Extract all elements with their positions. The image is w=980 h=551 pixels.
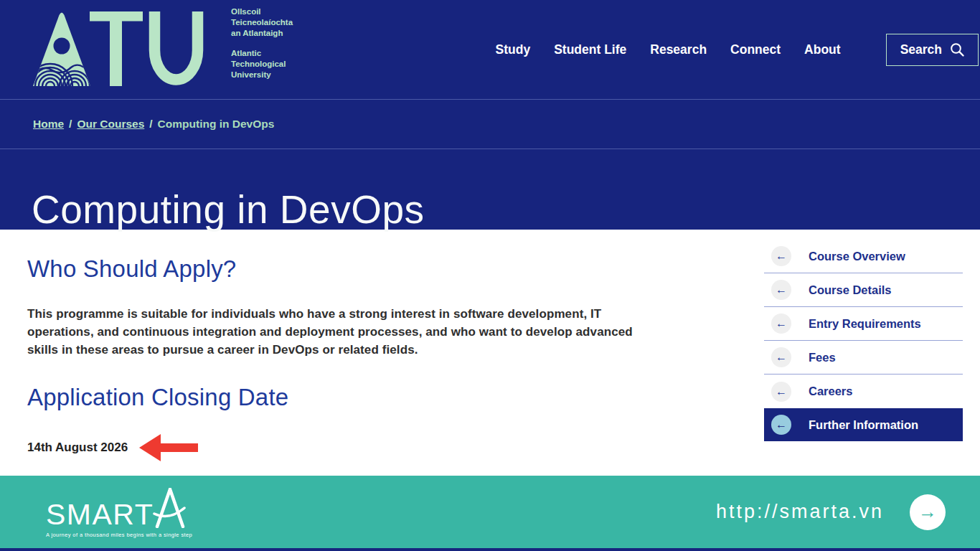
back-arrow-icon: ← — [771, 246, 791, 266]
application-closing-date-heading: Application Closing Date — [27, 384, 764, 411]
who-should-apply-heading: Who Should Apply? — [27, 255, 764, 283]
nav-item-connect[interactable]: Connect — [730, 42, 781, 57]
university-name-english: Atlantic Technological University — [231, 48, 303, 80]
search-icon — [950, 42, 964, 57]
sidebar-item-careers[interactable]: ← Careers — [764, 375, 963, 408]
search-button[interactable]: Search — [886, 34, 979, 66]
breadcrumb-separator: / — [149, 118, 152, 131]
closing-date-value: 14th August 2026 — [27, 441, 128, 455]
page-title: Computing in DevOps — [32, 191, 425, 230]
footer-link-area: http://smarta.vn → — [716, 494, 946, 530]
main-area: Who Should Apply? This programme is suit… — [0, 230, 980, 476]
back-arrow-icon: ← — [771, 280, 791, 300]
smarta-tagline: A journey of a thousand miles begins wit… — [46, 532, 192, 538]
back-arrow-icon: ← — [771, 314, 791, 334]
back-arrow-icon: ← — [771, 382, 791, 402]
site-header: Ollscoil Teicneolaíochta an Atlantaigh A… — [0, 0, 980, 99]
sidebar-item-further-information[interactable]: ← Further Information — [764, 408, 963, 441]
red-annotation-arrow-icon — [139, 433, 198, 463]
breadcrumb-separator: / — [69, 118, 72, 131]
smarta-footer: SMART A journey of a thousand miles begi… — [0, 476, 980, 548]
hero-banner: Computing in DevOps — [0, 149, 980, 230]
sidebar-item-entry-requirements[interactable]: ← Entry Requirements — [764, 307, 963, 341]
course-content: Who Should Apply? This programme is suit… — [0, 230, 764, 476]
closing-date-row: 14th August 2026 — [27, 433, 764, 463]
footer-forward-button[interactable]: → — [910, 494, 946, 530]
forward-arrow-icon: → — [918, 501, 937, 523]
smarta-stylized-a-icon — [153, 488, 186, 531]
sidebar-item-course-details[interactable]: ← Course Details — [764, 273, 963, 307]
sidebar-item-label: Careers — [809, 385, 852, 398]
atu-logo-icon — [33, 10, 205, 90]
back-arrow-icon: ← — [771, 347, 791, 367]
breadcrumb: Home / Our Courses / Computing in DevOps — [0, 99, 980, 149]
sidebar-item-label: Entry Requirements — [809, 317, 921, 331]
main-nav: Study Student Life Research Connect Abou… — [496, 34, 980, 66]
course-section-nav: ← Course Overview ← Course Details ← Ent… — [764, 240, 963, 476]
nav-item-research[interactable]: Research — [650, 42, 707, 57]
who-should-apply-text: This programme is suitable for individua… — [27, 306, 662, 359]
back-arrow-icon: ← — [771, 415, 791, 435]
sidebar-item-label: Further Information — [809, 418, 918, 432]
nav-item-student-life[interactable]: Student Life — [554, 42, 626, 57]
smarta-logo: SMART A journey of a thousand miles begi… — [46, 486, 192, 538]
sidebar-item-fees[interactable]: ← Fees — [764, 341, 963, 375]
breadcrumb-our-courses-link[interactable]: Our Courses — [77, 118, 144, 131]
sidebar-item-label: Course Details — [809, 283, 892, 297]
sidebar-item-label: Course Overview — [809, 250, 905, 263]
sidebar-item-label: Fees — [809, 351, 836, 364]
bottom-navy-strip — [0, 548, 980, 551]
smarta-brand-text: SMART — [46, 500, 154, 529]
breadcrumb-home-link[interactable]: Home — [33, 118, 64, 131]
atu-logo[interactable] — [33, 10, 205, 93]
search-button-label: Search — [900, 42, 942, 57]
university-name: Ollscoil Teicneolaíochta an Atlantaigh A… — [231, 6, 303, 90]
breadcrumb-current-page: Computing in DevOps — [158, 118, 275, 131]
smarta-wordmark: SMART — [46, 486, 192, 529]
university-name-irish: Ollscoil Teicneolaíochta an Atlantaigh — [231, 6, 303, 39]
smarta-url: http://smarta.vn — [716, 501, 884, 523]
sidebar-item-course-overview[interactable]: ← Course Overview — [764, 240, 963, 273]
nav-item-about[interactable]: About — [804, 42, 841, 57]
nav-item-study[interactable]: Study — [496, 42, 531, 57]
